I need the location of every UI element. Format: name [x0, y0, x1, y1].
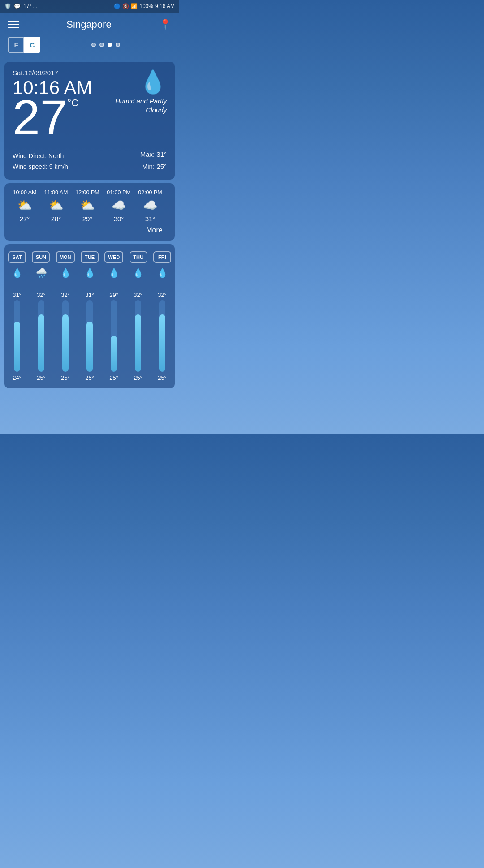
header: Singapore 📍 [0, 13, 179, 37]
shield-icon: 🛡️ [4, 3, 11, 9]
bar-outer [38, 300, 44, 372]
more-button[interactable]: More... [4, 223, 175, 236]
hourly-temp: 31° [145, 215, 156, 223]
min-temp: Min: 25° [140, 160, 167, 172]
day-button[interactable]: SAT [8, 251, 26, 263]
wind-speed: Wind speed: 9 km/h [13, 162, 68, 172]
hourly-temp: 30° [114, 215, 124, 223]
hourly-icon: ⛅ [80, 198, 95, 212]
bar-min-label: 25° [134, 374, 143, 381]
day-button[interactable]: WED [104, 251, 123, 263]
bar-min-label: 25° [61, 374, 70, 381]
hourly-time: 11:00 AM [44, 189, 68, 196]
weekly-icon: 💧 [105, 267, 123, 278]
weekly-icon: 💧 [153, 267, 171, 278]
battery-label: 100% [139, 3, 153, 9]
hourly-row: 10:00 AM ⛅ 27° 11:00 AM ⛅ 28° 12:00 PM ⛅… [4, 189, 175, 223]
dot-4 [116, 43, 120, 47]
bar-column: 32° 25° [56, 283, 74, 381]
status-right: 🔵 🔇 📶 100% 9:16 AM [114, 3, 175, 9]
bar-max-label: 32° [37, 292, 46, 298]
day-button[interactable]: FRI [153, 251, 171, 263]
bar-fill [62, 314, 69, 372]
hourly-item: 02:00 PM ☁️ 31° [134, 189, 166, 223]
message-icon: 💬 [14, 3, 21, 9]
bar-min-label: 25° [85, 374, 94, 381]
location-icon[interactable]: 📍 [159, 19, 171, 30]
day-button[interactable]: THU [130, 251, 147, 263]
bar-outer [86, 300, 93, 372]
temp-unit: °C [67, 97, 78, 109]
hourly-time: 02:00 PM [138, 189, 162, 196]
bar-fill [159, 314, 165, 372]
bar-outer [111, 300, 117, 372]
hourly-forecast-card: 10:00 AM ⛅ 27° 11:00 AM ⛅ 28° 12:00 PM ⛅… [4, 183, 175, 241]
unit-switcher: F C [8, 37, 40, 53]
max-temp: Max: 31° [140, 148, 167, 160]
bluetooth-icon: 🔵 [114, 3, 121, 9]
day-button[interactable]: TUE [81, 251, 99, 263]
temperature-status: 17° ... [23, 3, 37, 9]
weekly-icon: 💧 [8, 267, 26, 278]
bar-column: 29° 25° [105, 283, 123, 381]
weekly-icon: 🌧️ [32, 267, 50, 278]
bar-max-label: 31° [85, 292, 94, 298]
weekly-bars: 31° 24° 32° 25° 32° 25° 31° 25° 29° 25° … [8, 283, 171, 381]
hourly-temp: 28° [51, 215, 61, 223]
hourly-time: 12:00 PM [75, 189, 99, 196]
bar-min-label: 24° [13, 374, 22, 381]
weekly-icon: 💧 [81, 267, 99, 278]
volume-icon: 🔇 [122, 3, 129, 9]
bar-outer [135, 300, 141, 372]
bar-min-label: 25° [37, 374, 46, 381]
bar-outer [62, 300, 69, 372]
weekly-icon: 💧 [129, 267, 147, 278]
dot-1 [91, 43, 96, 47]
current-weather-card: Sat.12/09/2017 10:16 AM 27 °C 💧 Humid an… [4, 62, 175, 180]
bar-max-label: 32° [61, 292, 70, 298]
day-button[interactable]: MON [56, 251, 75, 263]
dot-3 [108, 43, 112, 47]
current-temperature: 27 [13, 93, 67, 142]
hourly-icon: ☁️ [112, 198, 126, 212]
hourly-time: 10:00 AM [13, 189, 37, 196]
current-date: Sat.12/09/2017 [13, 69, 113, 77]
bar-fill [86, 322, 93, 372]
bar-outer [14, 300, 20, 372]
bar-fill [14, 322, 20, 372]
wind-direction: Wind Direct: North [13, 151, 68, 162]
city-title: Singapore [66, 19, 111, 30]
hourly-item: 12:00 PM ⛅ 29° [72, 189, 103, 223]
bar-max-label: 31° [13, 292, 22, 298]
hourly-item: 01:00 PM ☁️ 30° [103, 189, 134, 223]
time-label: 9:16 AM [155, 3, 175, 9]
hourly-icon: ⛅ [49, 198, 63, 212]
weather-condition: Humid and Partly Cloudy [113, 97, 167, 114]
bar-column: 31° 25° [81, 283, 99, 381]
bar-column: 31° 24° [8, 283, 26, 381]
hourly-icon: ⛅ [17, 198, 32, 212]
wifi-icon: 📶 [131, 3, 138, 9]
weather-drops-icon: 💧 [113, 69, 167, 95]
celsius-button[interactable]: C [24, 37, 40, 53]
hourly-item: 11:00 AM ⛅ 28° [40, 189, 72, 223]
menu-button[interactable] [8, 21, 19, 28]
status-left: 🛡️ 💬 17° ... [4, 3, 37, 9]
bar-outer [159, 300, 165, 372]
bar-column: 32° 25° [153, 283, 171, 381]
bar-fill [111, 336, 117, 372]
weekly-icon: 💧 [56, 267, 74, 278]
bar-max-label: 29° [109, 292, 118, 298]
hourly-time: 01:00 PM [107, 189, 131, 196]
fahrenheit-button[interactable]: F [8, 37, 24, 53]
hourly-icon: ☁️ [143, 198, 157, 212]
weekly-forecast-card: SATSUNMONTUEWEDTHUFRI 💧🌧️💧💧💧💧💧 31° 24° 3… [4, 244, 175, 388]
hourly-temp: 29° [82, 215, 93, 223]
bar-min-label: 25° [109, 374, 118, 381]
weekly-days: SATSUNMONTUEWEDTHUFRI [8, 251, 171, 263]
bar-fill [38, 314, 44, 372]
bar-column: 32° 25° [129, 283, 147, 381]
bar-fill [135, 314, 141, 372]
bar-column: 32° 25° [32, 283, 50, 381]
day-button[interactable]: SUN [32, 251, 50, 263]
